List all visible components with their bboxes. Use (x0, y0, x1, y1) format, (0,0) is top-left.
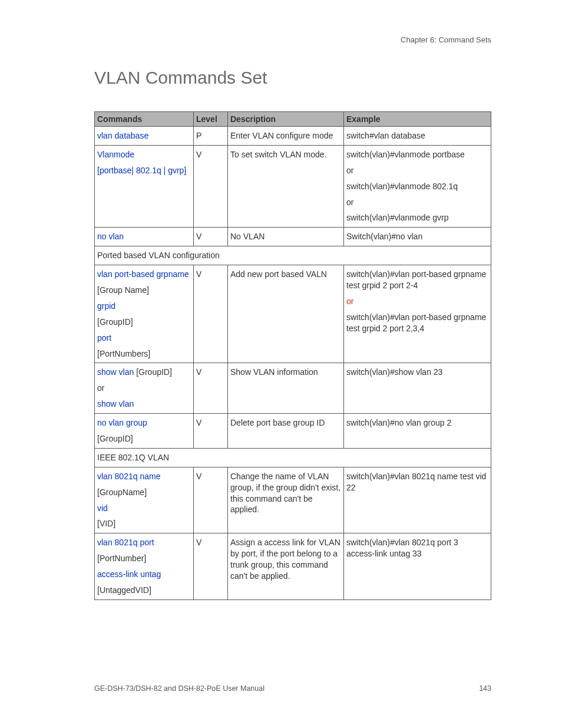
table-row: no vlan group[GroupID]VDelete port base … (95, 414, 491, 449)
page-title: VLAN Commands Set (94, 68, 491, 88)
cell-description: Add new port based VALN (228, 265, 344, 363)
command-text: Vlanmode[portbase| 802.1q | gvrp] (97, 149, 191, 176)
chapter-label: Chapter 6: Command Sets (94, 35, 491, 44)
table-row: vlan port-based grpname[Group Name]grpid… (95, 265, 491, 363)
cell-description: To set switch VLAN mode. (228, 145, 344, 227)
command-text: show vlan [GroupID]orshow vlan (97, 367, 191, 410)
command-text: vlan 8021q port[PortNumber]access-link u… (97, 537, 191, 596)
cell-description: Enter VLAN configure mode (228, 127, 344, 146)
cell-command: vlan 8021q name[GroupName]vid[VID] (95, 467, 194, 533)
example-text: switch(vlan)#vlan 8021q name test vid 22 (346, 471, 488, 493)
command-text: no vlan (97, 231, 191, 242)
example-text: switch(vlan)#vlan 8021q port 3 access-li… (346, 537, 488, 559)
cell-example: switch(vlan)#vlan 8021q port 3 access-li… (344, 533, 491, 600)
cell-command: Vlanmode[portbase| 802.1q | gvrp] (95, 145, 194, 227)
cell-example: switch(vlan)#show vlan 23 (344, 363, 491, 414)
table-header-row: Commands Level Description Example (95, 112, 491, 127)
cell-description: Show VLAN information (228, 363, 344, 414)
commands-table: Commands Level Description Example vlan … (94, 111, 491, 600)
col-example: Example (344, 112, 491, 127)
cell-command: vlan 8021q port[PortNumber]access-link u… (95, 533, 194, 600)
table-row: Ported based VLAN configuration (95, 246, 491, 265)
example-text: switch(vlan)#vlan port-based grpname tes… (346, 269, 488, 334)
cell-description: No VLAN (228, 228, 344, 246)
cell-command: vlan port-based grpname[Group Name]grpid… (95, 265, 194, 363)
example-text: switch(vlan)#no vlan group 2 (346, 417, 488, 429)
table-row: Vlanmode[portbase| 802.1q | gvrp]VTo set… (95, 145, 491, 227)
command-text: no vlan group[GroupID] (97, 417, 191, 444)
cell-example: switch#vlan database (344, 127, 491, 146)
cell-level: V (194, 533, 228, 600)
cell-example: switch(vlan)#no vlan group 2 (344, 414, 491, 449)
cell-command: show vlan [GroupID]orshow vlan (95, 363, 194, 414)
cell-level: V (194, 145, 228, 227)
section-cell: Ported based VLAN configuration (95, 246, 491, 265)
cell-level: V (194, 414, 228, 449)
command-text: vlan port-based grpname[Group Name]grpid… (97, 269, 191, 359)
footer-right: 143 (479, 684, 491, 693)
cell-level: V (194, 228, 228, 246)
cell-level: V (194, 265, 228, 363)
cell-command: no vlan group[GroupID] (95, 414, 194, 449)
col-desc: Description (228, 112, 344, 127)
table-row: no vlanVNo VLANSwitch(vlan)#no vlan (95, 228, 491, 246)
cell-level: P (194, 127, 228, 146)
table-row: vlan 8021q port[PortNumber]access-link u… (95, 533, 491, 600)
cell-example: switch(vlan)#vlan 8021q name test vid 22 (344, 467, 491, 533)
cell-example: Switch(vlan)#no vlan (344, 228, 491, 246)
cell-description: Assign a access link for VLAN by port, i… (228, 533, 344, 600)
cell-example: switch(vlan)#vlanmode portbaseorswitch(v… (344, 145, 491, 227)
page-footer: GE-DSH-73/DSH-82 and DSH-82-PoE User Man… (94, 684, 491, 693)
table-row: vlan databasePEnter VLAN configure modes… (95, 127, 491, 146)
section-cell: IEEE 802.1Q VLAN (95, 448, 491, 467)
command-text: vlan 8021q name[GroupName]vid[VID] (97, 471, 191, 530)
cell-command: vlan database (95, 127, 194, 146)
example-text: switch(vlan)#vlanmode portbaseorswitch(v… (346, 149, 488, 223)
example-text: switch#vlan database (346, 130, 488, 141)
table-row: IEEE 802.1Q VLAN (95, 448, 491, 467)
table-row: show vlan [GroupID]orshow vlanVShow VLAN… (95, 363, 491, 414)
example-text: switch(vlan)#show vlan 23 (346, 367, 488, 378)
cell-level: V (194, 467, 228, 533)
cell-level: V (194, 363, 228, 414)
table-row: vlan 8021q name[GroupName]vid[VID]VChang… (95, 467, 491, 533)
col-level: Level (194, 112, 228, 127)
col-commands: Commands (95, 112, 194, 127)
example-text: Switch(vlan)#no vlan (346, 231, 488, 242)
cell-command: no vlan (95, 228, 194, 246)
command-text: vlan database (97, 130, 191, 141)
footer-left: GE-DSH-73/DSH-82 and DSH-82-PoE User Man… (94, 684, 265, 693)
cell-description: Delete port base group ID (228, 414, 344, 449)
cell-description: Change the name of VLAN group, if the gr… (228, 467, 344, 533)
cell-example: switch(vlan)#vlan port-based grpname tes… (344, 265, 491, 363)
